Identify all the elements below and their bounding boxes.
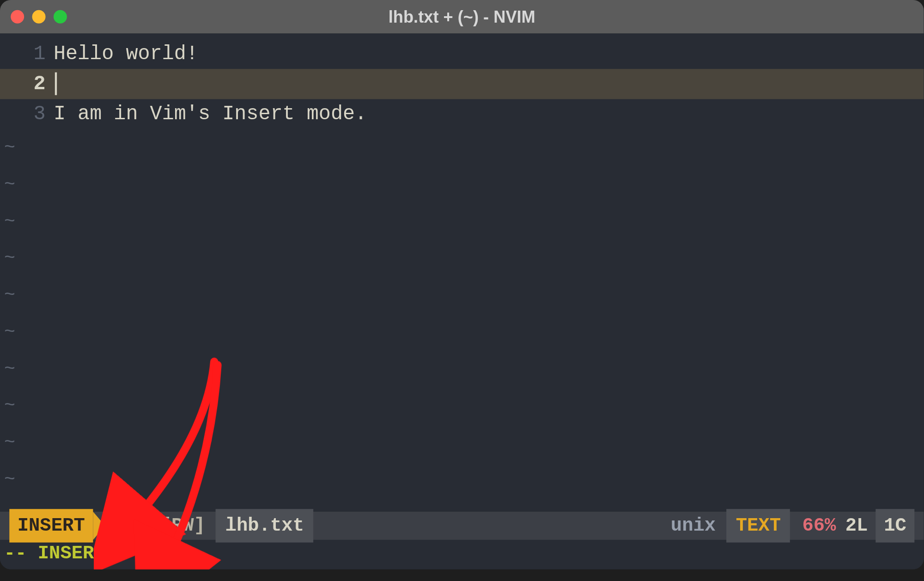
command-line[interactable]: -- INSERT -- <box>4 540 139 568</box>
empty-line-tilde: ~ <box>4 461 924 498</box>
line-number: 2 <box>0 69 54 99</box>
titlebar[interactable]: lhb.txt + (~) - NVIM <box>0 0 924 33</box>
column-position: 1C <box>876 509 914 542</box>
mode-indicator: INSERT <box>9 509 93 542</box>
line-text[interactable]: I am in Vim's Insert mode. <box>54 99 367 129</box>
filename-indicator: lhb.txt <box>216 509 313 542</box>
statusline: INSERT [+] [RW] lhb.txt unix TEXT 66% 2L… <box>0 512 924 540</box>
editor-line[interactable]: 3 I am in Vim's Insert mode. <box>0 99 924 129</box>
close-icon[interactable] <box>11 10 24 24</box>
maximize-icon[interactable] <box>54 10 67 24</box>
filetype-indicator: TEXT <box>726 509 790 542</box>
empty-line-tilde: ~ <box>4 313 924 350</box>
empty-line-tilde: ~ <box>4 240 924 277</box>
text-buffer[interactable]: 1 Hello world! 2 3 I am in Vim's Insert … <box>0 33 924 129</box>
cursor-icon <box>55 73 57 95</box>
percent-indicator: 66% <box>797 512 841 540</box>
empty-line-tilde: ~ <box>4 276 924 313</box>
line-position: 2L <box>841 512 872 540</box>
empty-line-tilde: ~ <box>4 387 924 424</box>
editor-area[interactable]: 1 Hello world! 2 3 I am in Vim's Insert … <box>0 33 924 569</box>
modified-indicator: [+] <box>110 512 155 540</box>
editor-line-current[interactable]: 2 <box>0 69 924 99</box>
terminal-window: lhb.txt + (~) - NVIM 1 Hello world! 2 3 … <box>0 0 924 569</box>
empty-line-tilde: ~ <box>4 424 924 461</box>
empty-line-tilde: ~ <box>4 129 924 166</box>
line-text[interactable] <box>54 69 57 99</box>
empty-line-tilde: ~ <box>4 166 924 203</box>
line-text[interactable]: Hello world! <box>54 39 198 69</box>
minimize-icon[interactable] <box>32 10 46 24</box>
line-number: 1 <box>0 39 54 69</box>
line-number: 3 <box>0 99 54 129</box>
empty-line-tilde: ~ <box>4 350 924 387</box>
separator-icon <box>93 512 105 540</box>
readwrite-indicator: [RW] <box>155 512 211 540</box>
empty-buffer-area: ~~~~~~~~~~~ <box>0 129 924 535</box>
window-title: lhb.txt + (~) - NVIM <box>389 7 535 26</box>
empty-line-tilde: ~ <box>4 203 924 240</box>
editor-line[interactable]: 1 Hello world! <box>0 39 924 69</box>
fileformat-indicator: unix <box>665 512 720 540</box>
window-controls <box>11 10 67 24</box>
